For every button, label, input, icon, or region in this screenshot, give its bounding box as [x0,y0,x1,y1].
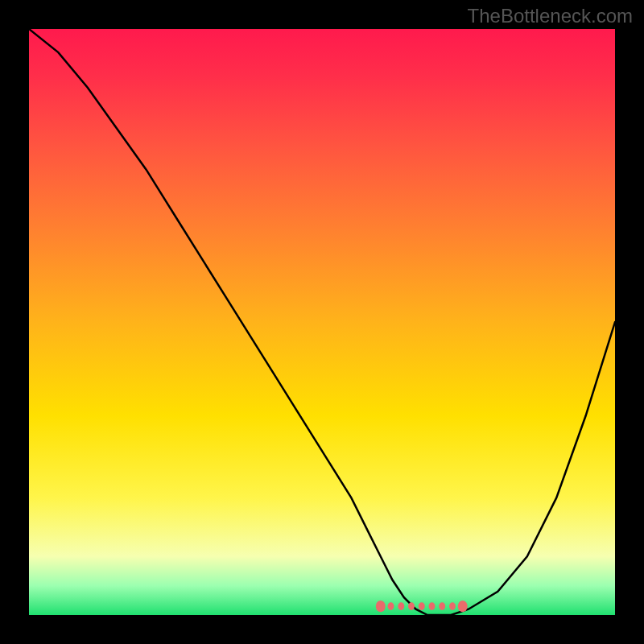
optimal-zone-markers [376,601,468,612]
optimal-marker-dot [398,602,404,610]
chart-svg [29,29,615,615]
optimal-marker-dot [449,602,456,610]
optimal-marker-dot [439,602,445,610]
optimal-marker-dot [419,602,425,610]
optimal-marker-dot [408,602,415,610]
chart-plot-area [29,29,615,615]
attribution-text: TheBottleneck.com [468,5,633,27]
optimal-marker-dot [429,602,436,610]
bottleneck-curve-path [29,29,615,615]
optimal-marker-dot [376,601,386,612]
optimal-marker-dot [388,602,394,610]
optimal-marker-dot [458,601,468,612]
